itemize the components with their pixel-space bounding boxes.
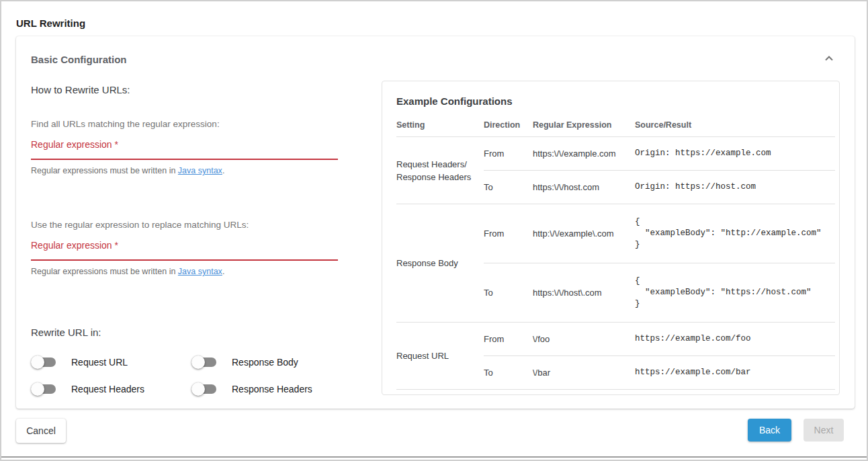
bottom-divider — [1, 456, 867, 458]
direction-cell: To — [484, 356, 533, 390]
find-regex-input-underline — [31, 159, 338, 160]
table-row: Request URL From \/foo https://example.c… — [396, 323, 835, 356]
replace-regex-field-group: Use the regular expression to replace ma… — [31, 219, 338, 277]
hint-text: . — [222, 267, 224, 276]
hint-text: Regular expressions must be written in — [31, 267, 178, 276]
toggle-label: Response Body — [232, 357, 298, 368]
toggle-switch-off[interactable] — [191, 355, 217, 369]
result-cell: Origin: https://example.com — [635, 137, 835, 171]
find-regex-input[interactable]: Regular expression * — [31, 139, 338, 160]
hint-text: . — [222, 166, 224, 175]
rewrite-form: How to Rewrite URLs: Find all URLs match… — [31, 83, 338, 396]
direction-cell: From — [484, 204, 533, 263]
basic-configuration-card: Basic Configuration How to Rewrite URLs:… — [16, 36, 855, 409]
column-header-source-result: Source/Result — [635, 120, 835, 137]
java-syntax-link[interactable]: Java syntax — [178, 166, 222, 175]
regex-cell: \/bar — [533, 356, 635, 390]
regex-cell: https:\/\/example.com — [533, 137, 635, 171]
toggle-switch-off[interactable] — [31, 355, 56, 369]
setting-cell: Request URL — [396, 323, 484, 390]
card-header: Basic Configuration — [31, 54, 840, 66]
table-row: Request Headers/ Response Headers From h… — [396, 137, 835, 171]
find-regex-field-group: Find all URLs matching the regular expre… — [31, 118, 338, 176]
column-header-regular-expression: Regular Expression — [533, 120, 635, 137]
column-header-setting: Setting — [396, 120, 484, 137]
card-title: Basic Configuration — [31, 54, 127, 66]
find-regex-input-label: Regular expression * — [31, 139, 338, 151]
toggle-switch-off[interactable] — [31, 382, 56, 396]
result-cell: { "exampleBody": "http://example.com" } — [635, 204, 835, 263]
result-cell: Origin: https://host.com — [635, 171, 835, 204]
replace-regex-question: Use the regular expression to replace ma… — [31, 219, 338, 230]
setting-cell: Request Headers/ Response Headers — [396, 137, 484, 204]
back-button[interactable]: Back — [748, 419, 791, 442]
table-row: Response Body From http:\/\/example\.com… — [396, 204, 835, 263]
java-syntax-link[interactable]: Java syntax — [178, 267, 222, 276]
direction-cell: From — [484, 323, 533, 356]
cancel-button[interactable]: Cancel — [16, 419, 66, 443]
regex-cell: https:\/\/host\.com — [533, 263, 635, 323]
chevron-up-icon — [824, 55, 834, 65]
toggle-label: Request URL — [71, 357, 128, 368]
replace-regex-hint: Regular expressions must be written in J… — [31, 267, 338, 277]
toggle-label: Response Headers — [232, 384, 312, 394]
footer-right-actions: Back Next — [748, 419, 844, 442]
find-regex-question: Find all URLs matching the regular expre… — [31, 118, 338, 130]
regex-cell: \/foo — [533, 323, 635, 356]
regex-cell: http:\/\/example\.com — [533, 204, 635, 263]
setting-cell: Response Body — [396, 204, 484, 323]
toggle-label: Request Headers — [71, 384, 144, 394]
next-button[interactable]: Next — [804, 419, 844, 442]
collapse-section-button[interactable] — [818, 54, 840, 65]
how-to-rewrite-title: How to Rewrite URLs: — [31, 83, 338, 96]
toggle-response-body[interactable]: Response Body — [191, 355, 338, 369]
result-cell: https://example.com/bar — [635, 356, 835, 390]
replace-regex-input-underline — [31, 259, 338, 261]
replace-regex-input[interactable]: Regular expression * — [31, 240, 338, 261]
direction-cell: To — [484, 263, 533, 323]
result-cell: https://example.com/foo — [635, 323, 835, 356]
example-configurations-title: Example Configurations — [396, 95, 834, 108]
direction-cell: From — [484, 137, 533, 171]
find-regex-hint: Regular expressions must be written in J… — [31, 166, 338, 176]
page-title: URL Rewriting — [16, 17, 867, 29]
toggle-request-headers[interactable]: Request Headers — [31, 382, 191, 396]
examples-table-header-row: Setting Direction Regular Expression Sou… — [396, 120, 835, 137]
url-rewriting-screen: URL Rewriting Basic Configuration How to… — [0, 0, 868, 461]
result-cell: { "exampleBody": "https://host.com" } — [635, 263, 835, 323]
rewrite-url-in-title: Rewrite URL in: — [31, 326, 338, 339]
rewrite-toggles: Request URL Response Body Request Header… — [31, 355, 338, 396]
toggle-request-url[interactable]: Request URL — [31, 355, 191, 369]
regex-cell: https:\/\/host.com — [533, 171, 635, 204]
hint-text: Regular expressions must be written in — [31, 166, 178, 175]
example-configurations-panel: Example Configurations Setting Direction… — [382, 81, 840, 395]
replace-regex-input-label: Regular expression * — [31, 240, 338, 251]
toggle-switch-off[interactable] — [191, 382, 217, 396]
column-header-direction: Direction — [484, 120, 533, 137]
footer-actions: Cancel Back Next — [16, 419, 844, 443]
examples-table: Setting Direction Regular Expression Sou… — [396, 120, 835, 390]
toggle-response-headers[interactable]: Response Headers — [191, 382, 338, 396]
direction-cell: To — [484, 171, 533, 204]
